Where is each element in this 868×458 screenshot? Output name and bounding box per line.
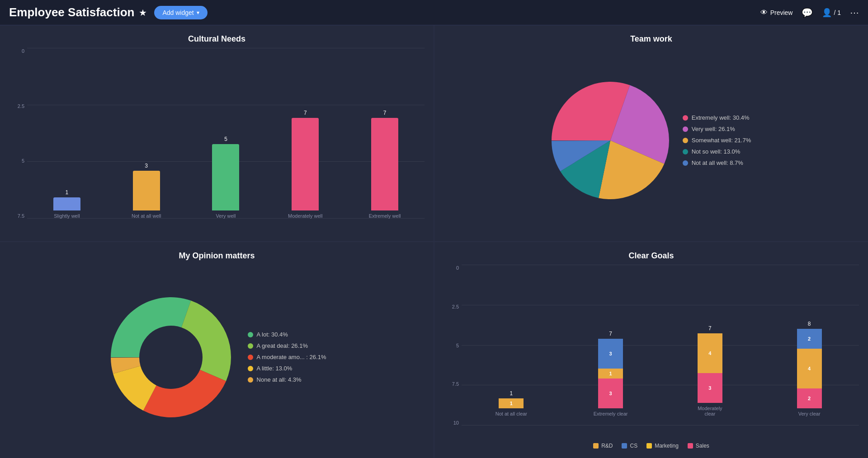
stacked-bar-col: 242 bbox=[797, 329, 822, 408]
stack-segment: 3 bbox=[598, 379, 623, 408]
my-opinion-legend: A lot: 30.4%A great deal: 26.1%A moderat… bbox=[248, 331, 326, 383]
stacked-bar-col: 1 bbox=[499, 398, 524, 408]
bottom-legend-item: CS bbox=[622, 443, 637, 449]
stack-label: 2 bbox=[808, 336, 811, 341]
stack-segment: 1 bbox=[499, 398, 524, 408]
stack-segment: 2 bbox=[797, 388, 822, 408]
team-work-widget: Team work Extremely well: 30.4%Very well… bbox=[434, 25, 868, 241]
clear-goals-y-axis: 10 7.5 5 2.5 0 bbox=[443, 265, 462, 425]
clear-goals-chart: 10 7.5 5 2.5 0 11Not at all clear7313Ext… bbox=[443, 265, 859, 449]
cultural-needs-title: Cultural Needs bbox=[9, 34, 425, 44]
legend-item: A lot: 30.4% bbox=[248, 331, 326, 338]
stack-label: 4 bbox=[808, 366, 811, 371]
stack-label: 3 bbox=[609, 391, 612, 396]
bottom-legend-item: Marketing bbox=[646, 443, 679, 449]
team-work-legend: Extremely well: 30.4%Very well: 26.1%Som… bbox=[683, 114, 751, 166]
my-opinion-widget: My Opinion matters A lot: 30.4%A great d… bbox=[0, 242, 434, 458]
my-opinion-chart: A lot: 30.4%A great deal: 26.1%A moderat… bbox=[9, 265, 425, 449]
legend-item: Somewhat well: 21.7% bbox=[683, 137, 751, 144]
legend-item: Not so well: 13.0% bbox=[683, 148, 751, 155]
legend-item: A great deal: 26.1% bbox=[248, 342, 326, 349]
legend-item: Extremely well: 30.4% bbox=[683, 114, 751, 121]
preview-button[interactable]: 👁 Preview bbox=[760, 9, 793, 17]
bottom-legend-item: R&D bbox=[593, 443, 613, 449]
stacked-bar-col: 313 bbox=[598, 339, 623, 408]
stack-segment: 3 bbox=[698, 373, 722, 403]
header-right: 👁 Preview 💬 👤 / 1 ⋯ bbox=[760, 7, 859, 18]
team-work-title: Team work bbox=[443, 34, 859, 44]
stack-segment: 1 bbox=[598, 369, 623, 379]
stack-label: 1 bbox=[609, 371, 612, 376]
cultural-needs-chart: 7.5 5 2.5 0 1 Slightly well 3 Not at all… bbox=[9, 48, 425, 232]
stack-label: 3 bbox=[609, 351, 612, 356]
comments-icon[interactable]: 💬 bbox=[802, 7, 813, 18]
my-opinion-donut bbox=[108, 294, 234, 421]
page-title: Employee Satisfaction bbox=[9, 5, 134, 19]
stack-label: 3 bbox=[708, 385, 711, 391]
dashboard-grid: Cultural Needs 7.5 5 2.5 0 1 Slightly we… bbox=[0, 25, 868, 458]
user-icon: 👤 bbox=[822, 8, 832, 18]
star-icon[interactable]: ★ bbox=[139, 7, 147, 18]
bar bbox=[292, 118, 319, 210]
stack-segment: 2 bbox=[797, 329, 822, 349]
stacked-bar-col: 34 bbox=[698, 333, 722, 403]
legend-item: None at all: 4.3% bbox=[248, 376, 326, 383]
stack-segment: 4 bbox=[797, 349, 822, 388]
stack-segment: 4 bbox=[698, 333, 722, 373]
legend-item: A moderate amo... : 26.1% bbox=[248, 354, 326, 360]
bar bbox=[53, 197, 80, 210]
header: Employee Satisfaction ★ Add widget 👁 Pre… bbox=[0, 0, 868, 25]
more-options-icon[interactable]: ⋯ bbox=[850, 7, 859, 18]
my-opinion-title: My Opinion matters bbox=[9, 251, 425, 261]
team-work-pie bbox=[552, 82, 669, 199]
stack-label: 1 bbox=[510, 401, 513, 406]
stack-label: 4 bbox=[708, 351, 711, 356]
user-badge[interactable]: 👤 / 1 bbox=[822, 8, 841, 18]
add-widget-button[interactable]: Add widget bbox=[154, 6, 207, 19]
bottom-legend-item: Sales bbox=[688, 443, 709, 449]
legend-item: Very well: 26.1% bbox=[683, 126, 751, 132]
cultural-needs-widget: Cultural Needs 7.5 5 2.5 0 1 Slightly we… bbox=[0, 25, 434, 241]
stack-label: 2 bbox=[808, 396, 811, 401]
legend-item: Not at all well: 8.7% bbox=[683, 159, 751, 166]
bar bbox=[212, 144, 239, 210]
clear-goals-legend: R&DCSMarketingSales bbox=[443, 443, 859, 449]
y-axis: 7.5 5 2.5 0 bbox=[9, 48, 27, 219]
clear-goals-widget: Clear Goals 10 7.5 5 2.5 0 11Not at all bbox=[434, 242, 868, 458]
team-work-chart: Extremely well: 30.4%Very well: 26.1%Som… bbox=[443, 48, 859, 232]
stack-segment: 3 bbox=[598, 339, 623, 369]
clear-goals-title: Clear Goals bbox=[443, 251, 859, 261]
bar bbox=[371, 118, 398, 210]
bar bbox=[133, 171, 160, 210]
legend-item: A little: 13.0% bbox=[248, 365, 326, 372]
